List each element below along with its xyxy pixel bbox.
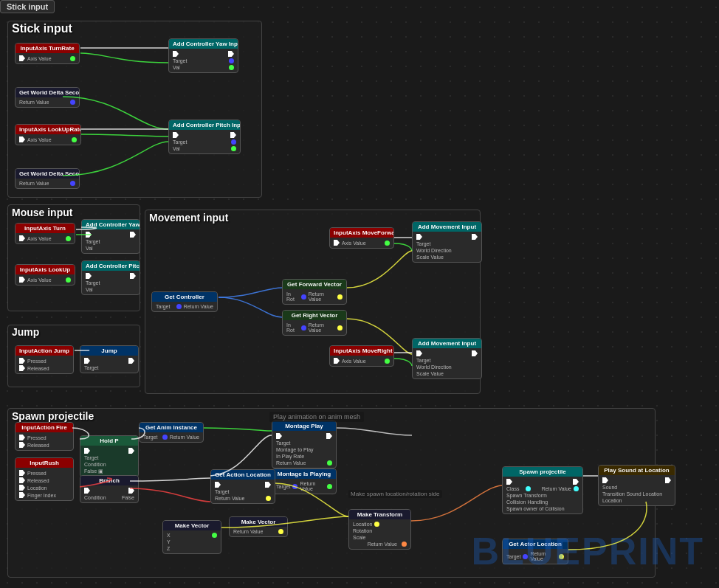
jump-title: Jump [12,326,39,338]
node-header: Add Controller Pitch Input [82,261,140,271]
node-header: Add Movement Input [413,339,481,348]
node-add-yaw-mouse[interactable]: Add Controller Yaw Input Target Val [81,219,140,254]
node-move-forward[interactable]: InputAxis MoveForward Axis Value [329,227,394,249]
node-header: Get Action Location [211,470,275,480]
node-header: Montage Is Playing [272,469,336,479]
node-header: Add Controller Pitch Input [169,120,240,130]
spawn-projectile-title: Spawn projectile [12,410,94,422]
node-header: Get Anim Instance [140,423,203,432]
node-input-rush[interactable]: InputRush Pressed Released Location Fing… [15,457,74,501]
node-header: Add Controller Yaw Input [169,39,238,49]
node-play-sound[interactable]: Play Sound at Location Sound Transition … [598,465,675,506]
node-right-vector[interactable]: Get Right Vector In RotReturn Value [282,310,347,336]
node-is-playing[interactable]: Montage Is Playing TargetReturn Value [272,468,337,494]
node-header: Jump [80,346,138,356]
stick-input-title: Stick input [12,22,72,35]
blueprint-watermark: BLUEPRINT [471,529,704,573]
node-header: InputAction Jump [16,346,73,356]
node-header: Get Right Vector [283,311,346,320]
node-make-rotator[interactable]: Make Vector Return Value [229,516,288,537]
node-get-controller[interactable]: Get Controller TargetReturn Value [151,291,218,312]
node-montage-play[interactable]: Montage Play Target Montage to Play In P… [272,421,337,468]
node-header: Get World Delta Seconds [16,88,79,97]
mouse-input-title: Mouse input [12,207,72,218]
node-world-delta-2[interactable]: Get World Delta Seconds Return Value [15,168,80,189]
node-add-yaw[interactable]: Add Controller Yaw Input Target Val [168,38,238,73]
node-add-move-right[interactable]: Add Movement Input Target World Directio… [412,338,482,379]
node-header: InputAxis Turn [16,224,75,233]
node-make-transform[interactable]: Make Transform Location Rotation Scale R… [348,509,411,550]
comment-play-animation: Play animation on anim mesh [269,412,364,422]
node-fire-input[interactable]: InputAction Fire Pressed Released [15,422,74,451]
node-header: Get Controller [152,292,217,302]
node-header: Get Forward Vector [283,280,346,289]
node-header: InputAxis TurnRate [16,44,79,53]
node-header: Add Movement Input [413,222,481,232]
node-header: Montage Play [272,421,336,431]
node-header: InputAxis LookUpRate [16,125,80,134]
node-spawn-projectile[interactable]: Spawn projectile ClassReturn Value Spawn… [502,466,583,514]
node-make-vector[interactable]: Make Vector X Y Z [162,520,221,554]
node-header: InputAxis MoveRight [330,346,393,356]
tab-label: Stick input [7,2,48,11]
node-header: Make Vector [163,521,221,530]
node-jump-input[interactable]: InputAction Jump Pressed Released [15,345,74,374]
node-action-location[interactable]: Get Action Location Target Return Value [210,469,275,504]
node-turnrate[interactable]: InputAxis TurnRate Axis Value [15,43,80,64]
node-header: Make Transform [349,510,410,519]
node-header: InputRush [16,458,73,468]
node-lookuprate[interactable]: InputAxis LookUpRate Axis Value [15,124,81,145]
node-header: InputAxis MoveForward [330,228,393,238]
label-spawn-location: Make spawn location/rotation side [348,490,442,498]
node-world-delta-1[interactable]: Get World Delta Seconds Return Value [15,87,80,108]
movement-input-title: Movement input [149,212,228,224]
node-header: InputAxis LookUp [16,265,75,274]
node-header: InputAction Fire [16,423,73,432]
node-header: Play Sound at Location [599,466,675,475]
node-move-right[interactable]: InputAxis MoveRight Axis Value [329,345,394,367]
node-header: Hold P [80,436,138,446]
node-header: Branch [80,476,138,485]
node-add-pitch[interactable]: Add Controller Pitch Input Target Val [168,120,241,154]
node-header: Get World Delta Seconds [16,169,79,179]
node-get-anim[interactable]: Get Anim Instance TargetReturn Value [139,422,204,443]
node-header: Add Controller Yaw Input [82,220,140,229]
node-add-pitch-mouse[interactable]: Add Controller Pitch Input Target Val [81,260,140,295]
node-mouse-turn[interactable]: InputAxis Turn Axis Value [15,223,75,244]
node-branch[interactable]: Branch ConditionFalse [80,475,139,503]
node-jump-action[interactable]: Jump Target [80,345,139,373]
node-multi-input[interactable]: Hold P Target Condition False ▣ [80,435,139,477]
node-add-move-fwd[interactable]: Add Movement Input Target World Directio… [412,221,482,263]
tab-stick-input[interactable]: Stick input [0,0,55,13]
node-header: Make Vector [230,517,287,527]
node-header: Spawn projectile [503,467,582,477]
node-mouse-lookup[interactable]: InputAxis LookUp Axis Value [15,264,75,286]
node-fwd-vector[interactable]: Get Forward Vector In RotReturn Value [282,279,347,305]
